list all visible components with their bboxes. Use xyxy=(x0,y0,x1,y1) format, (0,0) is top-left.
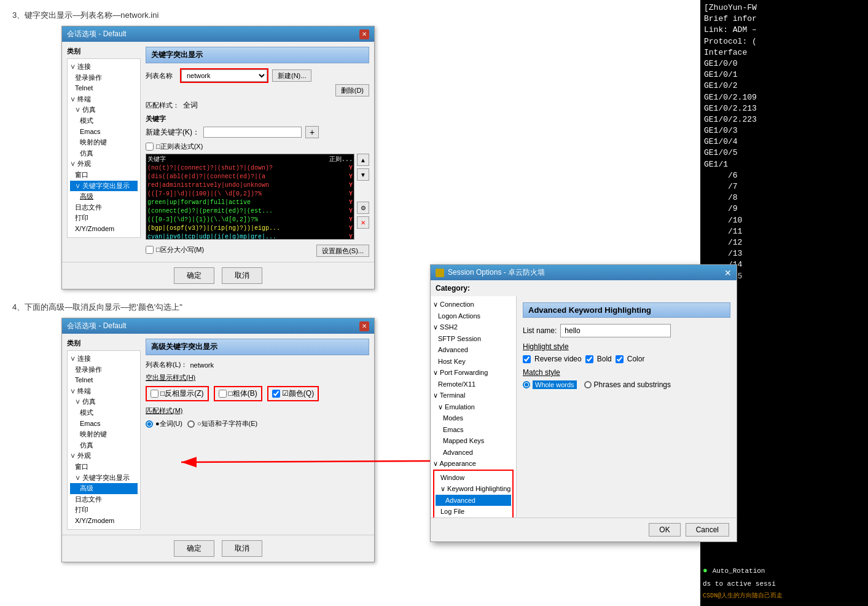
dialog2-reverse-checkbox[interactable] xyxy=(151,390,158,398)
dialog2-fullword-option[interactable]: ●全词(U) xyxy=(146,419,182,428)
s-terminal[interactable]: ∨ Terminal xyxy=(433,390,514,401)
dialog2-match-row: ●全词(U) ○短语和子字符串(E) xyxy=(146,419,369,428)
d2-cat-connection[interactable]: ∨ 连接 xyxy=(70,353,138,364)
d2-cat-print[interactable]: 打印 xyxy=(70,505,138,516)
s-emulation[interactable]: ∨ Emulation xyxy=(433,401,514,413)
kw-delete-button[interactable]: ✕ xyxy=(357,216,369,229)
d2-cat-keyword[interactable]: ∨ 关键字突出显示 xyxy=(70,473,138,484)
d2-cat-logon[interactable]: 登录操作 xyxy=(70,364,138,376)
sc-whole-words-radio[interactable] xyxy=(523,381,530,388)
dialog1-close-button[interactable]: ✕ xyxy=(359,30,369,39)
s-portfwd[interactable]: ∨ Port Forwarding xyxy=(433,367,514,379)
s-sftp[interactable]: SFTP Session xyxy=(433,333,514,345)
term-line-8: GE1/0/2 xyxy=(704,81,864,92)
kw-row-3[interactable]: red|administratively|undo|unknown Y xyxy=(147,181,353,190)
kw-row-9[interactable]: cyan|ipv6|tcp|udp|(i(e|g)mp|gre|... Y xyxy=(147,233,353,240)
s-appearance[interactable]: ∨ Appearance xyxy=(433,458,514,470)
cat-logon[interactable]: 登录操作 xyxy=(70,73,138,84)
d2-cat-mode[interactable]: 模式 xyxy=(70,407,138,419)
dialog2-phrase-radio[interactable] xyxy=(187,420,195,428)
s-modes[interactable]: Modes xyxy=(433,412,514,424)
dialog1-ok-button[interactable]: 确定 xyxy=(174,267,214,284)
cat-keyword-highlight[interactable]: ∨ 关键字突出显示 xyxy=(70,181,138,192)
cat-logfile[interactable]: 日志文件 xyxy=(70,202,138,213)
s-emacs[interactable]: Emacs xyxy=(433,424,514,436)
term-line-12: GE1/0/3 xyxy=(704,125,864,136)
d2-cat-terminal[interactable]: ∨ 终端 xyxy=(70,386,138,397)
sc-listname-input[interactable] xyxy=(560,324,671,337)
dialog1-case-checkbox[interactable] xyxy=(146,246,154,254)
dialog1-add-keyword-button[interactable]: + xyxy=(305,126,319,138)
s-window[interactable]: Window xyxy=(436,472,511,484)
kw-up-button[interactable]: ▲ xyxy=(357,154,369,166)
dialog1-new-button[interactable]: 新建(N)... xyxy=(272,69,311,82)
dialog1-delete-button[interactable]: 删除(D) xyxy=(335,84,369,96)
d2-cat-emacs[interactable]: Emacs xyxy=(70,419,138,430)
dialog2-bold-checkbox[interactable] xyxy=(219,390,227,398)
sc-phrases-radio[interactable] xyxy=(584,381,592,388)
dialog1-setcolor-button[interactable]: 设置颜色(S)... xyxy=(316,245,369,257)
cat-window[interactable]: 窗口 xyxy=(70,170,138,181)
kw-row-8[interactable]: (bgp|(ospf(v3)?)|(rip(ng)?))|eigp... Y xyxy=(147,224,353,233)
dialog1-newkeyword-input[interactable] xyxy=(203,127,302,138)
cat-appearance[interactable]: ∨ 外观 xyxy=(70,159,138,170)
kw-row-5[interactable]: green|up|forward|full|active Y xyxy=(147,199,353,207)
d2-cat-xyzmodem[interactable]: X/Y/Zmodem xyxy=(70,516,138,527)
sc-bold-checkbox[interactable] xyxy=(585,355,593,363)
cat-emulation[interactable]: ∨ 仿真 xyxy=(70,104,138,116)
d2-cat-appearance[interactable]: ∨ 外观 xyxy=(70,451,138,462)
cat-emul[interactable]: 仿真 xyxy=(70,148,138,159)
s-connection[interactable]: ∨ Connection xyxy=(433,299,514,310)
kw-settings-button[interactable]: ⚙ xyxy=(357,202,369,214)
dialog2-ok-button[interactable]: 确定 xyxy=(174,540,214,557)
s-logon[interactable]: Logon Actions xyxy=(433,310,514,322)
session-cancel-button[interactable]: Cancel xyxy=(686,523,729,537)
session-dialog-close-button[interactable]: ✕ xyxy=(724,268,732,278)
sc-phrases-option[interactable]: Phrases and substrings xyxy=(584,380,671,389)
s-advanced-ssh[interactable]: Advanced xyxy=(433,344,514,356)
s-adv-emul[interactable]: Advanced xyxy=(433,447,514,458)
dialog1-listname-select[interactable]: network xyxy=(181,69,267,82)
s-remote[interactable]: Remote/X11 xyxy=(433,379,514,390)
cat-mode[interactable]: 模式 xyxy=(70,116,138,127)
cat-connection[interactable]: ∨ 连接 xyxy=(70,61,138,73)
session-ok-button[interactable]: OK xyxy=(649,523,680,537)
dialog2-close-button[interactable]: ✕ xyxy=(359,321,369,331)
cat-advanced[interactable]: 高级 xyxy=(70,191,138,202)
sc-color-checkbox[interactable] xyxy=(616,355,624,363)
s-ssh2[interactable]: ∨ SSH2 xyxy=(433,321,514,333)
cat-terminal[interactable]: ∨ 终端 xyxy=(70,94,138,105)
d2-cat-emulation[interactable]: ∨ 仿真 xyxy=(70,396,138,407)
d2-cat-emul[interactable]: 仿真 xyxy=(70,440,138,451)
d2-cat-telnet[interactable]: Telnet xyxy=(70,375,138,386)
d2-cat-window[interactable]: 窗口 xyxy=(70,462,138,473)
sc-reverse-checkbox[interactable] xyxy=(523,355,531,363)
dialog2: 会话选项 - Default ✕ 类别 ∨ 连接 登录操作 Telnet ∨ 终… xyxy=(61,318,375,562)
d2-cat-mapkeys[interactable]: 映射的键 xyxy=(70,429,138,440)
cat-xyzmodem[interactable]: X/Y/Zmodem xyxy=(70,224,138,235)
dialog1-cancel-button[interactable]: 取消 xyxy=(222,267,262,284)
d2-cat-logfile[interactable]: 日志文件 xyxy=(70,494,138,505)
kw-row-6[interactable]: (connect(ed)?|(permit(ed)?|(est... Y xyxy=(147,207,353,216)
kw-row-1[interactable]: (no(t)?|(connect)?|(shut)?|(down)? Y xyxy=(147,164,353,173)
dialog2-cancel-button[interactable]: 取消 xyxy=(222,540,262,557)
sc-whole-words-option[interactable]: Whole words xyxy=(523,380,577,389)
s-advanced-kw[interactable]: Advanced xyxy=(436,495,511,506)
cat-telnet[interactable]: Telnet xyxy=(70,83,138,94)
cat-print[interactable]: 打印 xyxy=(70,213,138,224)
dialog2-phrase-option[interactable]: ○短语和子字符串(E) xyxy=(187,419,257,428)
cat-emacs[interactable]: Emacs xyxy=(70,127,138,138)
dialog1-regex-checkbox[interactable] xyxy=(146,143,154,151)
cat-mapkeys[interactable]: 映射的键 xyxy=(70,137,138,148)
kw-row-7[interactable]: (([0-3](\d?)|{1})(\.\d[0,2])?% Y xyxy=(147,216,353,224)
dialog2-color-checkbox[interactable] xyxy=(272,390,280,398)
s-kw-highlight[interactable]: ∨ Keyword Highlighting xyxy=(436,483,511,495)
kw-row-2[interactable]: (dis((abl(e|d)?|(connect(ed)?|(a Y xyxy=(147,173,353,181)
kw-row-4[interactable]: (([7-9]|\d)|(100)|(\ \d[0,2])?% Y xyxy=(147,190,353,199)
s-logfile[interactable]: Log File xyxy=(436,506,511,517)
s-hostkey[interactable]: Host Key xyxy=(433,356,514,368)
d2-cat-advanced[interactable]: 高级 xyxy=(70,483,138,494)
kw-down-button[interactable]: ▼ xyxy=(357,168,369,181)
s-mappedkeys[interactable]: Mapped Keys xyxy=(433,435,514,447)
dialog2-fullword-radio[interactable] xyxy=(146,420,153,428)
